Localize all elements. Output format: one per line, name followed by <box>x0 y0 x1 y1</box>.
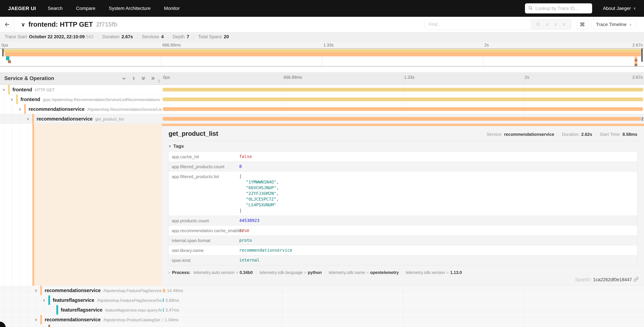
span-duration-bar[interactable] <box>163 107 643 111</box>
timeline-tick-label: 666.89ms <box>282 75 302 80</box>
span-color-accent-bar <box>162 124 644 126</box>
collapse-header-icon[interactable]: ∨ <box>21 21 25 28</box>
span-name-cell[interactable]: featureflagservicefeatureflagservice.rep… <box>0 305 162 314</box>
span-duration-bar[interactable] <box>163 318 163 322</box>
span-timeline-cell[interactable]: 2.62s <box>162 114 644 124</box>
collapse-all-icon[interactable] <box>141 76 146 81</box>
span-timeline-cell[interactable]: 3.68ms <box>162 296 644 305</box>
tree-indent-guide <box>36 305 36 314</box>
chevron-right-icon: › <box>168 270 170 275</box>
expand-one-icon[interactable] <box>131 76 136 81</box>
span-row[interactable]: ∨recommendationservice/hipstershop.Recom… <box>0 104 644 114</box>
find-input[interactable] <box>425 19 531 30</box>
span-name-cell[interactable]: ∨frontendHTTP GET <box>0 85 162 94</box>
chevron-down-icon[interactable]: ∨ <box>34 288 38 293</box>
tag-value: recommendationservice <box>239 248 292 253</box>
minimap-scrubber-left[interactable] <box>2 49 4 56</box>
chevron-down-icon[interactable]: ∨ <box>10 97 13 102</box>
span-row[interactable]: ∨featureflagservice/hipstershop.FeatureF… <box>0 296 644 305</box>
timeline-tick-label: 0μs <box>162 75 170 80</box>
nav-item-monitor[interactable]: Monitor <box>164 6 180 11</box>
span-name-cell[interactable] <box>0 325 162 327</box>
tag-row[interactable]: internal.span.formatproto <box>169 235 637 245</box>
span-duration-bar[interactable] <box>163 289 165 292</box>
span-name-cell[interactable]: ∨recommendationservice/hipstershop.Recom… <box>0 104 162 114</box>
span-duration-bar[interactable] <box>163 117 641 121</box>
span-name-cell[interactable]: ∨featureflagservice/hipstershop.FeatureF… <box>0 296 162 305</box>
tag-row[interactable]: app.products.count44530923 <box>169 216 637 226</box>
service-color-bar <box>48 296 50 305</box>
span-row[interactable]: ∨recommendationservice/hipstershop.Produ… <box>0 315 644 325</box>
tag-row[interactable]: otel.library.namerecommendationservice <box>169 245 637 255</box>
trace-view-selector[interactable]: Trace Timeline ∨ <box>592 19 636 30</box>
span-timeline-cell[interactable]: 3.47ms <box>162 305 644 314</box>
chevron-down-icon[interactable]: ∨ <box>34 318 38 322</box>
span-row[interactable]: featureflagservicefeatureflagservice.rep… <box>0 305 644 315</box>
process-label: Process: <box>172 270 190 275</box>
about-jaeger-menu[interactable]: About Jaeger ∨ <box>603 6 636 11</box>
span-row[interactable] <box>0 325 644 327</box>
nav-item-system-architecture[interactable]: System Architecture <box>109 6 150 11</box>
link-icon[interactable] <box>634 277 639 282</box>
span-timeline-cell[interactable] <box>162 94 644 104</box>
keyboard-shortcuts-button[interactable]: ⌘ <box>577 19 588 30</box>
minimap-span-bar <box>6 56 9 60</box>
span-name-cell[interactable]: ∨recommendationservice/hipstershop.Produ… <box>0 315 162 324</box>
clear-find-icon[interactable]: ✕ <box>562 22 566 27</box>
chevron-down-icon[interactable]: ∨ <box>2 87 5 92</box>
tree-indent-guide <box>12 325 12 327</box>
jaeger-trace-page: JAEGER UI Search Compare System Architec… <box>0 0 644 327</box>
span-row[interactable]: ∨recommendationservice/hipstershop.Featu… <box>0 286 644 296</box>
span-name-cell[interactable]: ∨recommendationserviceget_product_list <box>0 114 162 124</box>
span-duration-bar[interactable] <box>162 98 643 101</box>
span-timeline-cell[interactable]: 14.49ms <box>162 286 644 295</box>
duration-value: 2.67s <box>122 34 133 40</box>
nav-item-search[interactable]: Search <box>48 6 62 11</box>
trace-minimap[interactable] <box>0 48 644 66</box>
expand-all-icon[interactable] <box>150 76 156 81</box>
process-section-toggle[interactable]: › Process: telemetry.auto.version=0.34b0… <box>168 270 641 275</box>
nav-item-compare[interactable]: Compare <box>76 6 95 11</box>
tag-row[interactable]: app.cache_hitfalse <box>169 152 637 162</box>
chevron-down-icon[interactable]: ∨ <box>18 107 21 111</box>
collapse-one-icon[interactable] <box>122 76 126 81</box>
span-row[interactable]: ∨frontendHTTP GET <box>0 85 644 94</box>
chevron-down-icon: ∨ <box>633 6 636 10</box>
chevron-down-icon[interactable]: ∨ <box>43 298 46 302</box>
span-name-cell[interactable]: ∨frontendgrpc.hipstershop.Recommendation… <box>0 94 162 104</box>
back-button[interactable] <box>0 17 14 32</box>
minimap-scrubber-right[interactable] <box>641 49 643 62</box>
process-tag-key: telemetry.sdk.version <box>406 270 445 275</box>
service-color-bar <box>56 305 58 314</box>
span-timeline-cell[interactable]: 1.04ms <box>162 315 644 324</box>
command-icon: ⌘ <box>580 21 585 28</box>
timeline-grid-line <box>282 286 282 295</box>
tags-table: app.cache_hitfalseapp.filtered_products.… <box>168 152 637 265</box>
tag-row[interactable]: app.filtered_products.count8 <box>169 162 637 172</box>
next-result-icon[interactable]: ∨ <box>554 22 557 27</box>
app-logo[interactable]: JAEGER UI <box>8 6 36 11</box>
operation-name: featureflagservice.repo.query:fe... <box>105 308 162 312</box>
span-timeline-cell[interactable] <box>162 325 644 327</box>
trace-id-lookup-input[interactable] <box>536 6 595 11</box>
trace-id-lookup[interactable] <box>525 3 592 14</box>
column-resize-handle[interactable] <box>158 80 160 83</box>
span-duration-bar[interactable] <box>163 298 164 302</box>
process-tag-value: 1.13.0 <box>450 270 462 275</box>
span-duration-bar[interactable] <box>163 308 164 312</box>
span-row[interactable]: ∨frontendgrpc.hipstershop.Recommendation… <box>0 94 644 104</box>
span-duration-bar[interactable] <box>162 88 643 92</box>
span-row[interactable]: ∨recommendationserviceget_product_list2.… <box>0 114 644 124</box>
tag-row[interactable]: app.filtered_products.list["1YMWWN1N4O",… <box>169 172 637 216</box>
chevron-down-icon[interactable]: ∨ <box>26 116 30 121</box>
tag-row[interactable]: span.kindinternal <box>169 255 637 265</box>
span-timeline-cell[interactable] <box>162 85 644 94</box>
focus-target-icon[interactable] <box>536 22 540 27</box>
prev-result-icon[interactable]: ∧ <box>546 22 549 27</box>
tags-section-toggle[interactable]: ∨ Tags <box>168 144 641 149</box>
minimap-tick-labels: 0μs666.89ms1.33s2s2.67s <box>0 42 644 48</box>
service-color-bar <box>16 94 18 104</box>
span-timeline-cell[interactable] <box>162 104 644 114</box>
tag-row[interactable]: app.recommendation.cache_enabledtrue <box>169 226 637 235</box>
span-name-cell[interactable]: ∨recommendationservice/hipstershop.Featu… <box>0 286 162 295</box>
